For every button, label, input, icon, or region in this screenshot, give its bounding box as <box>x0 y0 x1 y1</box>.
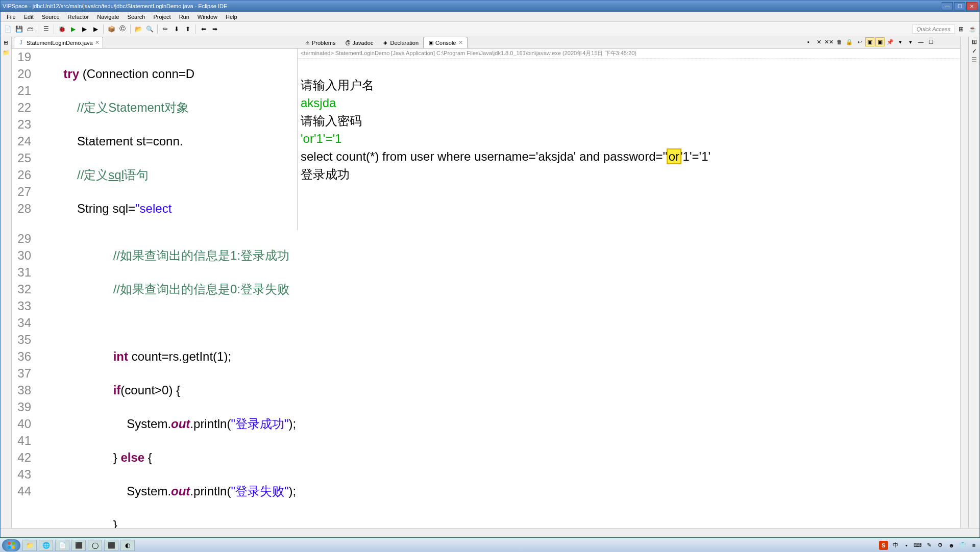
new-icon[interactable]: 📄 <box>3 24 13 34</box>
outline-icon[interactable]: ☰ <box>971 57 977 64</box>
separator <box>103 24 104 34</box>
menubar: File Edit Source Refactor Navigate Searc… <box>1 12 979 22</box>
pin-console-icon[interactable]: 📌 <box>886 37 895 46</box>
line-gutter: 29 30 31 32 33 34 35 36 37 38 39 40 41 4… <box>12 230 34 528</box>
window-close-button[interactable]: ✕ <box>966 2 977 10</box>
menu-window[interactable]: Window <box>193 13 222 21</box>
ime-lang-icon[interactable]: 中 <box>891 541 899 549</box>
debug-icon[interactable]: 🐞 <box>57 24 67 34</box>
search-icon[interactable]: 🔍 <box>144 24 155 34</box>
ime-softkbd-icon[interactable]: ⌨ <box>914 541 922 549</box>
toggle-mark-icon[interactable]: ✏ <box>160 24 170 34</box>
word-wrap-icon[interactable]: ↩ <box>855 37 864 46</box>
show-on-output-icon[interactable]: ▣ <box>865 37 874 46</box>
taskbar-item[interactable]: 📄 <box>55 540 69 551</box>
console-process-label: <terminated> StatementLoginDemo [Java Ap… <box>298 48 960 59</box>
coverage-icon[interactable]: ▶ <box>79 24 89 34</box>
tab-console[interactable]: ▣Console✕ <box>423 37 468 48</box>
svg-point-1 <box>12 542 15 545</box>
ime-face-icon[interactable]: ☻ <box>947 541 955 549</box>
ime-skin-icon[interactable]: 👕 <box>959 541 967 549</box>
ime-settings-icon[interactable]: ⚙ <box>936 541 944 549</box>
editor-vscroll[interactable] <box>960 230 968 528</box>
tab-problems[interactable]: ⚠Problems <box>300 37 340 48</box>
status-bar <box>1 528 979 537</box>
ime-sogou-icon[interactable]: S <box>879 541 888 550</box>
main-toolbar: 📄 💾 🗃 ☰ 🐞 ▶ ▶ ▶ 📦 Ⓒ 📂 🔍 ✏ ⬇ ⬆ ⬅ ➡ Quick … <box>1 22 979 36</box>
open-type-icon[interactable]: 📂 <box>133 24 143 34</box>
run-last-icon[interactable]: ▶ <box>90 24 101 34</box>
taskbar-item[interactable]: ⬛ <box>104 540 118 551</box>
code-content[interactable]: //如果查询出的信息是1:登录成功 //如果查询出的信息是0:登录失败 int … <box>57 230 960 528</box>
run-icon[interactable]: ▶ <box>68 24 78 34</box>
ime-punct-icon[interactable]: • <box>902 541 911 549</box>
menu-edit[interactable]: Edit <box>20 13 38 21</box>
menu-run[interactable]: Run <box>175 13 193 21</box>
display-selected-icon[interactable]: ▾ <box>896 37 905 46</box>
terminate-disabled-icon: ▪ <box>804 37 813 46</box>
titlebar: VIPSpace - jdbcUnit12/src/main/java/cn/t… <box>1 1 979 12</box>
java-perspective-icon[interactable]: ☕ <box>967 24 977 34</box>
minimize-button[interactable]: — <box>942 2 953 10</box>
ime-more-icon[interactable]: ≡ <box>970 541 978 549</box>
highlight-or: or <box>668 149 680 163</box>
taskbar-item[interactable]: 📁 <box>22 540 37 551</box>
maximize-button[interactable]: ☐ <box>954 2 965 10</box>
code-pane-lower[interactable]: 29 30 31 32 33 34 35 36 37 38 39 40 41 4… <box>12 230 960 528</box>
editor-tab-label: StatementLoginDemo.java <box>27 40 93 46</box>
taskbar-item[interactable]: 🌐 <box>39 540 53 551</box>
show-on-error-icon[interactable]: ▣ <box>875 37 885 46</box>
next-annotation-icon[interactable]: ⬇ <box>172 24 182 34</box>
clear-console-icon[interactable]: 🗑 <box>835 37 844 46</box>
separator <box>54 24 54 34</box>
toggle-breadcrumb-icon[interactable]: ☰ <box>41 24 51 34</box>
right-trim-bar: ⊞ ✓ ☰ <box>968 36 979 528</box>
new-package-icon[interactable]: 📦 <box>106 24 116 34</box>
ime-tool-icon[interactable]: ✎ <box>925 541 933 549</box>
editor-tab-statementlogindemo[interactable]: J StatementLoginDemo.java ✕ <box>14 37 103 48</box>
taskbar-item[interactable]: ◯ <box>88 540 102 551</box>
save-all-icon[interactable]: 🗃 <box>25 24 35 34</box>
open-perspective-icon[interactable]: ⊞ <box>956 24 966 34</box>
menu-refactor[interactable]: Refactor <box>64 13 93 21</box>
restore-view-icon[interactable]: ⊞ <box>972 38 977 45</box>
forward-icon[interactable]: ➡ <box>210 24 220 34</box>
separator <box>130 24 131 34</box>
taskbar-item[interactable]: ⬛ <box>71 540 86 551</box>
maximize-view-icon[interactable]: ☐ <box>926 37 936 46</box>
menu-file[interactable]: File <box>3 13 20 21</box>
taskbar-item[interactable]: ◐ <box>120 540 135 551</box>
start-button[interactable] <box>2 539 20 551</box>
tab-javadoc[interactable]: @Javadoc <box>340 37 378 48</box>
open-console-icon[interactable]: ▾ <box>906 37 915 46</box>
remove-all-icon[interactable]: ✕✕ <box>824 37 834 46</box>
new-class-icon[interactable]: Ⓒ <box>117 24 128 34</box>
close-icon[interactable]: ✕ <box>458 39 463 46</box>
quick-access-input[interactable]: Quick Access <box>912 24 955 34</box>
task-list-icon[interactable]: ✓ <box>972 47 977 55</box>
console-output[interactable]: 请输入用户名 aksjda 请输入密码 'or'1'='1 select cou… <box>298 59 960 230</box>
restore-view-icon[interactable]: ⊞ <box>2 38 10 46</box>
code-content[interactable]: try (Connection conn=D //定义Statement对象 S… <box>34 48 297 230</box>
javadoc-icon: @ <box>345 40 351 46</box>
minimize-view-icon[interactable]: — <box>916 37 925 46</box>
back-icon[interactable]: ⬅ <box>199 24 209 34</box>
remove-launch-icon[interactable]: ✕ <box>814 37 823 46</box>
taskbar: 📁 🌐 📄 ⬛ ◯ ⬛ ◐ S 中 • ⌨ ✎ ⚙ ☻ 👕 ≡ <box>0 538 980 552</box>
window-title: VIPSpace - jdbcUnit12/src/main/java/cn/t… <box>3 3 941 9</box>
menu-project[interactable]: Project <box>149 13 175 21</box>
prev-annotation-icon[interactable]: ⬆ <box>183 24 193 34</box>
windows-logo-icon <box>7 541 16 550</box>
menu-source[interactable]: Source <box>38 13 64 21</box>
tab-declaration[interactable]: ◈Declaration <box>378 37 423 48</box>
close-icon[interactable]: ✕ <box>95 39 100 46</box>
scroll-lock-icon[interactable]: 🔒 <box>845 37 854 46</box>
save-icon[interactable]: 💾 <box>14 24 24 34</box>
console-vscroll[interactable] <box>960 36 968 230</box>
code-pane-upper[interactable]: 19 20 21 22 23 24 25 26 27 28 try (Conne <box>12 48 298 230</box>
package-explorer-icon[interactable]: 📁 <box>2 48 10 57</box>
editor-area: J StatementLoginDemo.java ✕ 19 20 21 22 … <box>12 36 968 528</box>
menu-help[interactable]: Help <box>222 13 241 21</box>
menu-navigate[interactable]: Navigate <box>93 13 123 21</box>
menu-search[interactable]: Search <box>124 13 150 21</box>
